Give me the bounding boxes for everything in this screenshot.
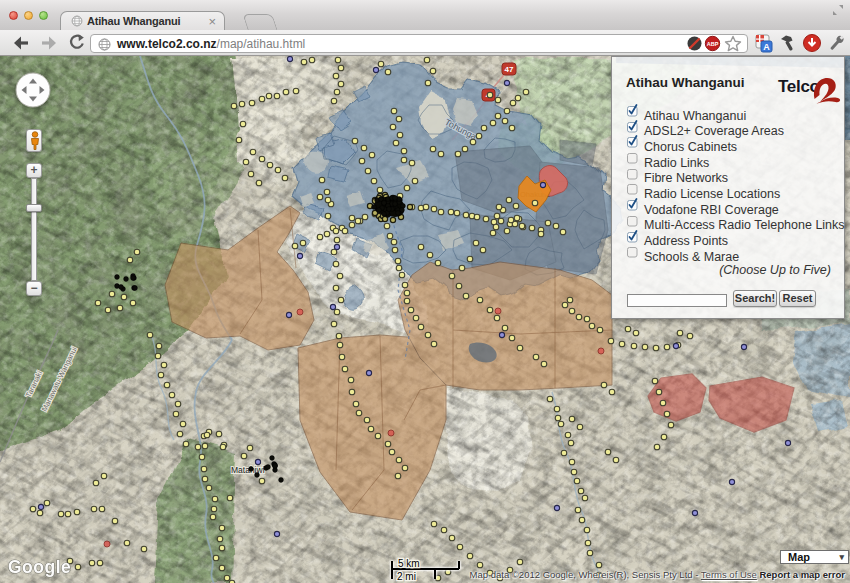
svg-text:5 km: 5 km <box>398 558 420 569</box>
svg-text:ABP: ABP <box>707 41 719 47</box>
svg-text:Google: Google <box>8 557 71 577</box>
svg-text:A: A <box>763 42 770 52</box>
svg-text:2 mi: 2 mi <box>397 571 416 582</box>
svg-text:47: 47 <box>505 65 514 74</box>
svg-text:Matahiwi: Matahiwi <box>231 465 265 475</box>
